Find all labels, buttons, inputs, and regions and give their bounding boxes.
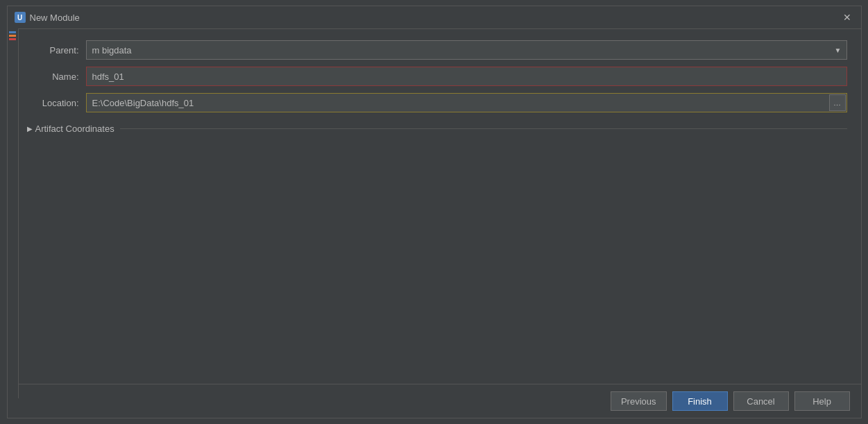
dialog-content: Parent: m bigdata ▼ Name: Location: (8, 29, 861, 384)
previous-button[interactable]: Previous (611, 391, 667, 411)
finish-button[interactable]: Finish (672, 391, 728, 411)
browse-button[interactable]: … (829, 94, 846, 111)
location-input-wrapper: … (86, 93, 847, 112)
dialog-icon: U (15, 12, 26, 23)
title-bar-left: U New Module (15, 12, 80, 23)
parent-row: Parent: m bigdata ▼ (27, 40, 847, 60)
artifact-divider (120, 128, 847, 129)
new-module-dialog: U New Module ✕ Parent: m bigdata (7, 6, 862, 418)
cancel-button[interactable]: Cancel (733, 391, 789, 411)
artifact-expand-toggle[interactable]: ▶ Artifact Coordinates (27, 122, 114, 135)
parent-select[interactable]: m bigdata (86, 40, 847, 60)
location-input[interactable] (86, 93, 847, 112)
title-bar: U New Module ✕ (8, 6, 861, 29)
name-label: Name: (27, 71, 79, 82)
dialog-title: New Module (30, 12, 80, 23)
location-label: Location: (27, 98, 79, 108)
name-input[interactable] (86, 67, 847, 86)
location-row: Location: … (27, 93, 847, 112)
help-button[interactable]: Help (794, 391, 850, 411)
sidebar-dot-3 (9, 38, 16, 40)
parent-select-wrapper: m bigdata ▼ (86, 40, 847, 60)
sidebar-dot-1 (9, 31, 16, 33)
artifact-label: Artifact Coordinates (35, 124, 114, 134)
artifact-chevron-icon: ▶ (27, 125, 33, 133)
sidebar-strip (8, 29, 19, 384)
close-button[interactable]: ✕ (840, 10, 854, 24)
artifact-header-row: ▶ Artifact Coordinates (27, 122, 847, 135)
sidebar-dot-2 (9, 35, 16, 37)
parent-label: Parent: (27, 45, 79, 56)
name-row: Name: (27, 67, 847, 86)
artifact-section: ▶ Artifact Coordinates (27, 122, 847, 135)
dialog-footer: Previous Finish Cancel Help (8, 384, 861, 418)
